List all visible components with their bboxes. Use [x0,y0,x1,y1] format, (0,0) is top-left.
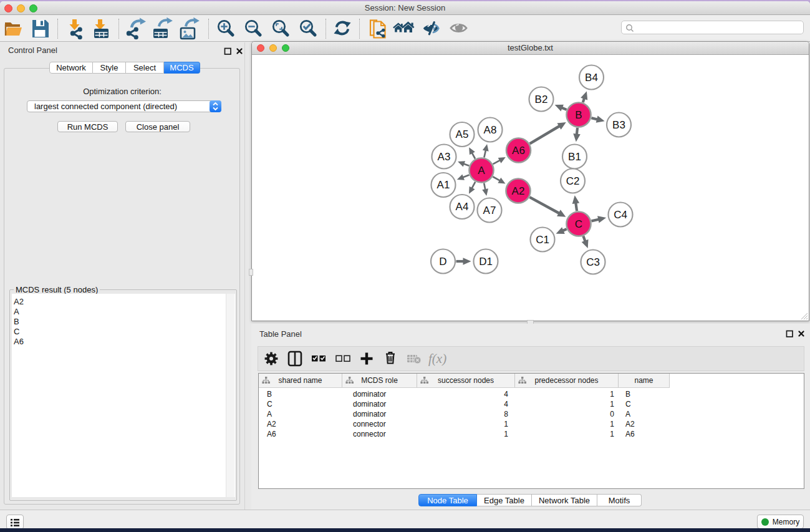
svg-text:A8: A8 [484,124,497,136]
svg-text:A1: A1 [437,179,450,191]
svg-text:C3: C3 [586,256,600,268]
svg-text:A6: A6 [512,145,525,157]
svg-text:B2: B2 [535,94,548,105]
svg-text:B3: B3 [612,119,625,131]
svg-text:B4: B4 [585,72,598,84]
svg-text:A3: A3 [438,151,451,163]
svg-text:A5: A5 [456,128,469,140]
svg-text:C4: C4 [614,209,627,221]
svg-text:A4: A4 [456,201,469,213]
svg-text:D1: D1 [479,256,493,268]
svg-text:A2: A2 [512,185,525,197]
svg-text:C: C [575,218,582,230]
svg-text:A7: A7 [483,205,496,216]
svg-text:C2: C2 [566,175,580,187]
svg-text:C1: C1 [536,234,549,246]
svg-text:B: B [575,109,582,121]
svg-text:f(x): f(x) [428,351,446,366]
svg-text:A: A [478,165,485,177]
svg-text:D: D [439,256,446,268]
svg-text:B1: B1 [568,151,581,163]
